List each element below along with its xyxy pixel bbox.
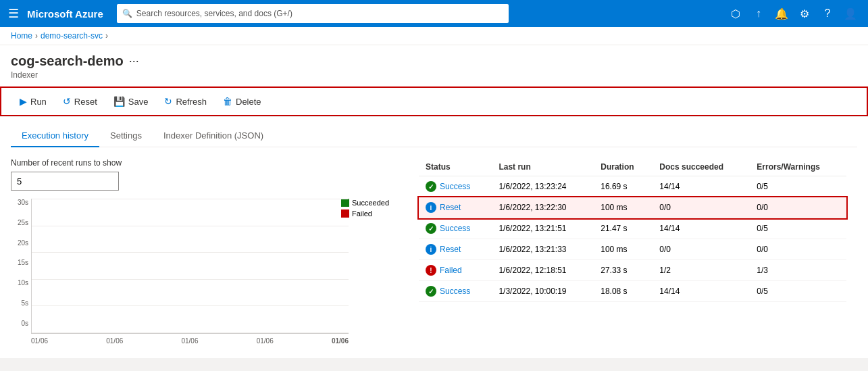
reset-button[interactable]: ↺ Reset (55, 92, 105, 111)
search-bar[interactable]: 🔍 Search resources, services, and docs (… (117, 4, 509, 23)
cell-duration-5: 18.08 s (594, 281, 653, 302)
col-status: Status (419, 158, 492, 176)
nav-icons: ⬡ ↑ 🔔 ⚙ ? 👤 (726, 4, 860, 23)
runs-label: Number of recent runs to show (11, 158, 403, 168)
status-link-4[interactable]: Failed (440, 266, 462, 275)
search-icon: 🔍 (122, 9, 132, 18)
cell-status-1: i Reset (419, 197, 492, 218)
help-icon[interactable]: ? (818, 4, 837, 23)
execution-table: Status Last run Duration Docs succeeded … (419, 158, 846, 302)
cell-docs-5: 14/14 (653, 281, 750, 302)
table-row[interactable]: ! Failed 1/6/2022, 12:18:51 27.33 s 1/2 … (419, 260, 846, 281)
cell-docs-3: 0/0 (653, 239, 750, 260)
status-badge-4: ! Failed (426, 265, 485, 276)
col-docs: Docs succeeded (653, 158, 750, 176)
run-button[interactable]: ▶ Run (12, 92, 54, 111)
col-errors: Errors/Warnings (750, 158, 846, 176)
table-area: Status Last run Duration Docs succeeded … (419, 158, 846, 347)
cell-duration-0: 16.69 s (594, 176, 653, 197)
bars-container (32, 199, 349, 333)
save-icon: 💾 (113, 96, 125, 107)
table-row[interactable]: i Reset 1/6/2022, 13:21:33 100 ms 0/0 0/… (419, 239, 846, 260)
table-row[interactable]: ✓ Success 1/3/2022, 10:00:19 18.08 s 14/… (419, 281, 846, 302)
cell-last-run-1: 1/6/2022, 13:22:30 (492, 197, 594, 218)
cell-status-0: ✓ Success (419, 176, 492, 197)
refresh-button[interactable]: ↻ Refresh (157, 92, 214, 111)
page-subtitle: Indexer (11, 70, 857, 80)
tab-settings[interactable]: Settings (99, 125, 153, 147)
status-badge-5: ✓ Success (426, 286, 485, 297)
cell-last-run-5: 1/3/2022, 10:00:19 (492, 281, 594, 302)
status-icon-info: i (426, 202, 436, 213)
table-row[interactable]: ✓ Success 1/6/2022, 13:21:51 21.47 s 14/… (419, 218, 846, 239)
cell-errors-5: 0/5 (750, 281, 846, 302)
chart-y-axis: 30s 25s 20s 15s 10s 5s 0s (11, 199, 31, 327)
toolbar: ▶ Run ↺ Reset 💾 Save ↻ Refresh 🗑 Delete (0, 86, 868, 116)
search-placeholder: Search resources, services, and docs (G+… (136, 9, 292, 18)
cell-status-3: i Reset (419, 239, 492, 260)
cell-docs-1: 0/0 (653, 197, 750, 218)
cell-last-run-0: 1/6/2022, 13:23:24 (492, 176, 594, 197)
main-layout: Number of recent runs to show Succeeded … (11, 158, 857, 358)
refresh-icon: ↻ (164, 96, 172, 107)
status-icon-success: ✓ (426, 286, 436, 297)
breadcrumb-service[interactable]: demo-search-svc (41, 31, 103, 41)
status-link-3[interactable]: Reset (440, 245, 461, 254)
status-badge-0: ✓ Success (426, 181, 485, 192)
more-options-icon[interactable]: ··· (129, 54, 139, 68)
status-link-5[interactable]: Success (440, 287, 470, 296)
top-navigation: ☰ Microsoft Azure 🔍 Search resources, se… (0, 0, 868, 27)
cell-duration-4: 27.33 s (594, 260, 653, 281)
cell-errors-2: 0/5 (750, 218, 846, 239)
cell-docs-0: 14/14 (653, 176, 750, 197)
cell-status-5: ✓ Success (419, 281, 492, 302)
feedback-icon[interactable]: ↑ (749, 4, 768, 23)
chart-container: Succeeded Failed 30s 25s 20s 15s 10s 5s … (11, 199, 389, 347)
cell-docs-2: 14/14 (653, 218, 750, 239)
cell-errors-3: 0/0 (750, 239, 846, 260)
hamburger-icon[interactable]: ☰ (8, 6, 19, 21)
legend-succeeded-label: Succeeded (352, 199, 389, 207)
status-badge-2: ✓ Success (426, 223, 485, 234)
runs-input[interactable] (11, 172, 119, 191)
chart-area: Number of recent runs to show Succeeded … (11, 158, 403, 347)
cloud-shell-icon[interactable]: ⬡ (726, 4, 745, 23)
status-link-2[interactable]: Success (440, 224, 470, 233)
status-icon-success: ✓ (426, 223, 436, 234)
cell-duration-1: 100 ms (594, 197, 653, 218)
tab-bar: Execution history Settings Indexer Defin… (11, 117, 857, 147)
status-badge-1: i Reset (426, 202, 485, 213)
app-title: Microsoft Azure (27, 8, 103, 20)
tab-indexer-definition[interactable]: Indexer Definition (JSON) (153, 125, 274, 147)
cell-errors-4: 1/3 (750, 260, 846, 281)
table-row[interactable]: ✓ Success 1/6/2022, 13:23:24 16.69 s 14/… (419, 176, 846, 197)
page-title: cog-search-demo (11, 53, 124, 69)
delete-button[interactable]: 🗑 Delete (215, 92, 269, 111)
table-body: ✓ Success 1/6/2022, 13:23:24 16.69 s 14/… (419, 176, 846, 302)
cell-docs-4: 1/2 (653, 260, 750, 281)
page-header: cog-search-demo ··· Indexer ▶ Run ↺ Rese… (0, 45, 868, 117)
table-row[interactable]: i Reset 1/6/2022, 13:22:30 100 ms 0/0 0/… (419, 197, 846, 218)
status-icon-info: i (426, 244, 436, 255)
delete-icon: 🗑 (223, 96, 232, 107)
account-icon[interactable]: 👤 (841, 4, 860, 23)
cell-status-2: ✓ Success (419, 218, 492, 239)
cell-errors-0: 0/5 (750, 176, 846, 197)
legend-failed-label: Failed (352, 209, 372, 218)
chart-x-axis: 01/06 01/06 01/06 01/06 01/06 (31, 334, 349, 347)
breadcrumb-home[interactable]: Home (11, 31, 32, 41)
status-icon-success: ✓ (426, 181, 436, 192)
status-badge-3: i Reset (426, 244, 485, 255)
settings-icon[interactable]: ⚙ (795, 4, 814, 23)
status-link-0[interactable]: Success (440, 182, 470, 191)
cell-last-run-4: 1/6/2022, 12:18:51 (492, 260, 594, 281)
status-link-1[interactable]: Reset (440, 203, 461, 212)
cell-status-4: ! Failed (419, 260, 492, 281)
cell-last-run-3: 1/6/2022, 13:21:33 (492, 239, 594, 260)
tab-execution-history[interactable]: Execution history (11, 125, 99, 147)
run-icon: ▶ (20, 96, 27, 107)
col-last-run: Last run (492, 158, 594, 176)
save-button[interactable]: 💾 Save (106, 92, 156, 111)
table-header: Status Last run Duration Docs succeeded … (419, 158, 846, 176)
notification-icon[interactable]: 🔔 (772, 4, 791, 23)
